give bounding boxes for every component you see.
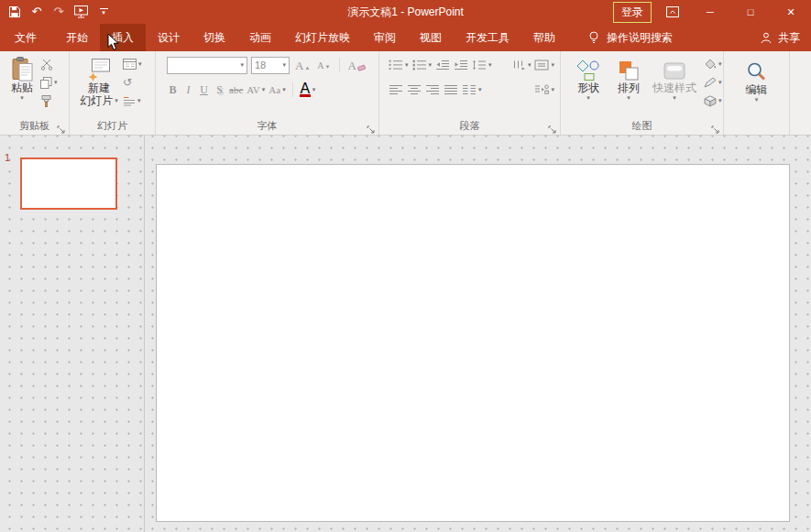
chevron-down-icon: ▾ <box>102 10 105 16</box>
close-button[interactable]: ✕ <box>771 0 811 24</box>
tab-help[interactable]: 帮助 <box>521 24 567 51</box>
share-button[interactable]: 共享 <box>760 24 800 51</box>
bullets-button[interactable]: ▾ <box>389 60 409 71</box>
group-label-slides: 幻灯片 <box>70 119 155 133</box>
convert-to-smartart-button[interactable]: ▾ <box>534 84 554 95</box>
shape-effects-button[interactable]: ▾ <box>704 94 722 107</box>
person-icon <box>760 30 773 45</box>
line-spacing-button[interactable]: ▾ <box>472 60 492 71</box>
columns-button[interactable]: ▾ <box>462 84 482 95</box>
numbering-button[interactable]: ▾ <box>412 60 433 71</box>
slide-canvas[interactable] <box>156 164 790 522</box>
cut-button[interactable] <box>40 58 58 71</box>
align-center-button[interactable] <box>407 84 422 95</box>
tab-transitions[interactable]: 切换 <box>192 24 237 51</box>
ribbon-filler <box>790 51 811 135</box>
decrease-indent-button[interactable] <box>435 60 450 71</box>
tab-view[interactable]: 视图 <box>408 24 454 51</box>
divider <box>339 58 340 72</box>
dropdown-icon: ▾ <box>137 97 141 104</box>
increase-indent-button[interactable] <box>454 60 468 71</box>
maximize-button[interactable]: □ <box>730 0 771 24</box>
triangle-up-icon: ▲ <box>304 65 310 71</box>
dropdown-icon: ▾ <box>627 94 630 102</box>
reset-slide-button[interactable]: ↺ <box>123 76 142 89</box>
tell-me-search[interactable]: 操作说明搜索 <box>587 24 673 51</box>
section-button[interactable]: ▾ <box>123 94 142 107</box>
font-color-button[interactable]: A ▾ <box>300 83 316 97</box>
group-font: ▾ 18 ▾ A ▲ A ▼ A <box>156 51 379 135</box>
italic-button[interactable]: I <box>182 82 194 97</box>
drawing-dialog-launcher-icon[interactable] <box>711 122 720 131</box>
font-size-combobox[interactable]: 18 ▾ <box>251 57 290 74</box>
slide-thumbnail[interactable] <box>20 157 117 210</box>
justify-icon <box>444 84 458 95</box>
tab-developer[interactable]: 开发工具 <box>454 24 521 51</box>
tab-design[interactable]: 设计 <box>146 24 192 51</box>
tab-file[interactable]: 文件 <box>3 24 49 51</box>
clipboard-dialog-launcher-icon[interactable] <box>57 122 66 131</box>
clipboard-icon <box>12 56 33 81</box>
workspace: 1 <box>0 136 811 532</box>
character-spacing-button[interactable]: AV ▾ <box>247 82 265 97</box>
strikethrough-button[interactable]: abc <box>229 82 243 97</box>
format-painter-icon <box>40 95 52 107</box>
numbering-icon <box>412 60 427 71</box>
font-name-combobox[interactable]: ▾ <box>167 57 247 74</box>
slide-layout-button[interactable]: ▾ <box>123 58 142 71</box>
tab-slideshow[interactable]: 幻灯片放映 <box>283 24 362 51</box>
dropdown-icon: ▾ <box>551 61 554 69</box>
align-right-button[interactable] <box>425 84 440 95</box>
justify-button[interactable] <box>444 84 458 95</box>
increase-font-size-button[interactable]: A ▲ <box>293 60 312 71</box>
sign-in-button[interactable]: 登录 <box>613 2 652 23</box>
shape-outline-button[interactable]: ▾ <box>704 76 722 89</box>
eraser-icon <box>357 64 366 71</box>
redo-icon[interactable]: ↷ <box>52 5 65 19</box>
align-left-button[interactable] <box>389 84 403 95</box>
dropdown-icon: ▾ <box>312 86 316 93</box>
dropdown-icon: ▾ <box>405 61 409 69</box>
font-row-top: ▾ 18 ▾ A ▲ A ▼ A <box>167 56 373 74</box>
shape-fill-button[interactable]: ▾ <box>704 58 722 71</box>
align-text-button[interactable]: ▾ <box>534 60 554 71</box>
powerpoint-window: ↶ ↷ ▾ 演示文稿1 - PowerPoint 登录 ─ □ ✕ 文件 开始 … <box>0 0 811 532</box>
tab-home[interactable]: 开始 <box>54 24 100 51</box>
shape-effects-icon <box>704 95 717 107</box>
shape-fill-icon <box>704 59 717 70</box>
minimize-button[interactable]: ─ <box>690 0 730 24</box>
copy-button[interactable]: ▾ <box>40 76 58 89</box>
start-slideshow-icon[interactable] <box>74 5 88 19</box>
save-icon[interactable] <box>8 5 21 19</box>
text-direction-button[interactable]: ▾ <box>511 60 532 71</box>
customize-qat-icon[interactable]: ▾ <box>97 5 110 19</box>
dropdown-icon: ▾ <box>718 97 722 104</box>
group-label-drawing: 绘图 <box>561 119 723 133</box>
font-dialog-launcher-icon[interactable] <box>367 122 376 131</box>
change-case-icon: Aa <box>269 82 280 97</box>
smartart-icon <box>534 84 549 95</box>
editing-button[interactable]: 编辑 ▾ <box>724 51 789 103</box>
tab-review[interactable]: 审阅 <box>362 24 408 51</box>
group-paragraph: ▾ ▾ ▾ ▾ <box>379 51 561 135</box>
shapes-label: 形状 <box>577 81 599 94</box>
tab-animations[interactable]: 动画 <box>237 24 283 51</box>
shape-outline-icon <box>704 77 717 88</box>
text-shadow-button[interactable]: S <box>214 82 225 97</box>
undo-icon[interactable]: ↶ <box>30 5 43 19</box>
ribbon-display-options-icon[interactable] <box>666 5 679 19</box>
underline-button[interactable]: U <box>198 82 210 97</box>
text-direction-icon <box>511 60 526 71</box>
decrease-font-size-button[interactable]: A ▼ <box>315 60 332 71</box>
increase-indent-icon <box>454 60 468 71</box>
slide-thumbnail-panel[interactable]: 1 <box>0 136 145 532</box>
dropdown-icon: ▾ <box>528 61 532 69</box>
format-painter-button[interactable] <box>40 94 58 107</box>
quick-styles-icon <box>663 56 686 81</box>
titlebar-controls: 登录 ─ □ ✕ <box>613 0 811 24</box>
clear-formatting-button[interactable]: A <box>346 60 367 71</box>
bold-button[interactable]: B <box>167 82 179 97</box>
new-slide-icon <box>87 56 111 81</box>
paragraph-dialog-launcher-icon[interactable] <box>548 122 557 131</box>
change-case-button[interactable]: Aa ▾ <box>269 82 286 97</box>
